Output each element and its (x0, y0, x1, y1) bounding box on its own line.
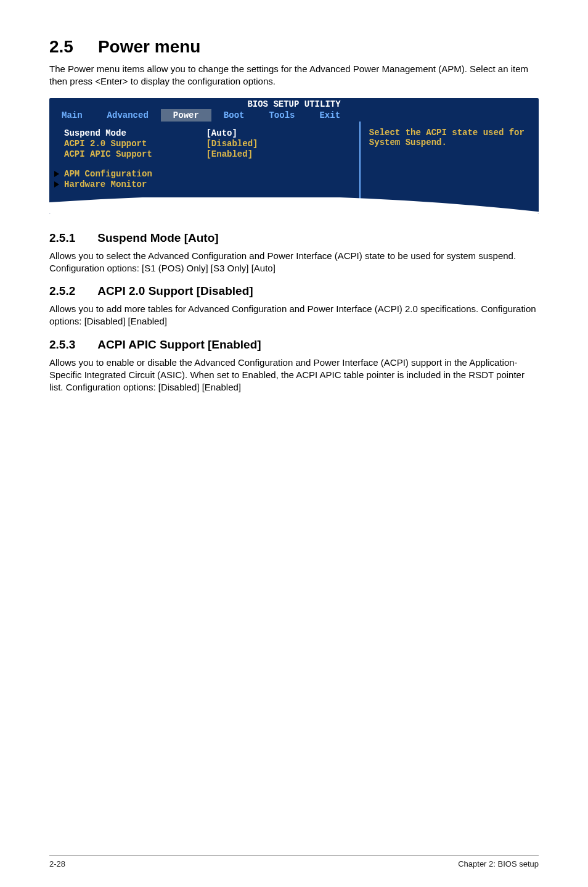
bios-tab-bar: Main Advanced Power Boot Tools Exit (49, 109, 539, 122)
page-footer: 2-28 Chapter 2: BIOS setup (49, 855, 539, 868)
subsection-2-text: Allows you to add more tables for Advanc… (49, 303, 539, 328)
bios-submenu-apm: APM Configuration (64, 169, 348, 179)
subsection-2-number: 2.5.2 (49, 284, 75, 298)
bios-submenu-hw: Hardware Monitor (64, 179, 348, 189)
subsection-3-heading: 2.5.3ACPI APIC Support [Enabled] (49, 338, 539, 352)
bios-help-text: Select the ACPI state used for System Su… (369, 128, 525, 147)
bios-row-acpiapic: ACPI APIC Support [Enabled] (64, 149, 348, 159)
bios-help-pane: Select the ACPI state used for System Su… (361, 122, 539, 214)
bios-header: BIOS SETUP UTILITY (49, 98, 539, 109)
bios-value-suspend: [Auto] (206, 128, 348, 138)
bios-tab-advanced: Advanced (95, 109, 161, 122)
bios-body: Suspend Mode [Auto] ACPI 2.0 Support [Di… (49, 122, 539, 214)
bios-label-acpiapic: ACPI APIC Support (64, 149, 206, 159)
bios-tab-power: Power (161, 109, 211, 122)
bios-left-pane: Suspend Mode [Auto] ACPI 2.0 Support [Di… (49, 122, 361, 214)
subsection-1-number: 2.5.1 (49, 231, 75, 245)
subsection-2-heading: 2.5.2ACPI 2.0 Support [Disabled] (49, 284, 539, 298)
bios-submenu-apm-label: APM Configuration (64, 169, 152, 179)
subsection-3-text: Allows you to enable or disable the Adva… (49, 357, 539, 394)
bios-submenu-hw-label: Hardware Monitor (64, 179, 147, 189)
bios-value-acpi20: [Disabled] (206, 139, 348, 149)
bios-value-acpiapic: [Enabled] (206, 149, 348, 159)
bios-row-acpi20: ACPI 2.0 Support [Disabled] (64, 139, 348, 149)
section-intro: The Power menu items allow you to change… (49, 63, 539, 88)
subsection-1-heading: 2.5.1Suspend Mode [Auto] (49, 231, 539, 245)
bios-tab-main: Main (49, 109, 95, 122)
subsection-1-title: Suspend Mode [Auto] (97, 231, 218, 244)
triangle-icon (54, 181, 59, 188)
section-heading: 2.5Power menu (49, 37, 539, 57)
footer-chapter: Chapter 2: BIOS setup (458, 859, 539, 868)
bios-row-suspend: Suspend Mode [Auto] (64, 128, 348, 138)
section-title-text: Power menu (98, 37, 200, 56)
footer-page-number: 2-28 (49, 859, 65, 868)
bios-label-acpi20: ACPI 2.0 Support (64, 139, 206, 149)
bios-tab-tools: Tools (256, 109, 307, 122)
bios-label-suspend: Suspend Mode (64, 128, 206, 138)
subsection-3-number: 2.5.3 (49, 338, 75, 352)
bios-tab-boot: Boot (211, 109, 257, 122)
subsection-1-text: Allows you to select the Advanced Config… (49, 250, 539, 275)
bios-screenshot: BIOS SETUP UTILITY Main Advanced Power B… (49, 98, 539, 214)
bios-tab-exit: Exit (307, 109, 353, 122)
section-number: 2.5 (49, 37, 73, 57)
subsection-2-title: ACPI 2.0 Support [Disabled] (97, 284, 253, 297)
triangle-icon (54, 171, 59, 177)
subsection-3-title: ACPI APIC Support [Enabled] (97, 338, 261, 351)
